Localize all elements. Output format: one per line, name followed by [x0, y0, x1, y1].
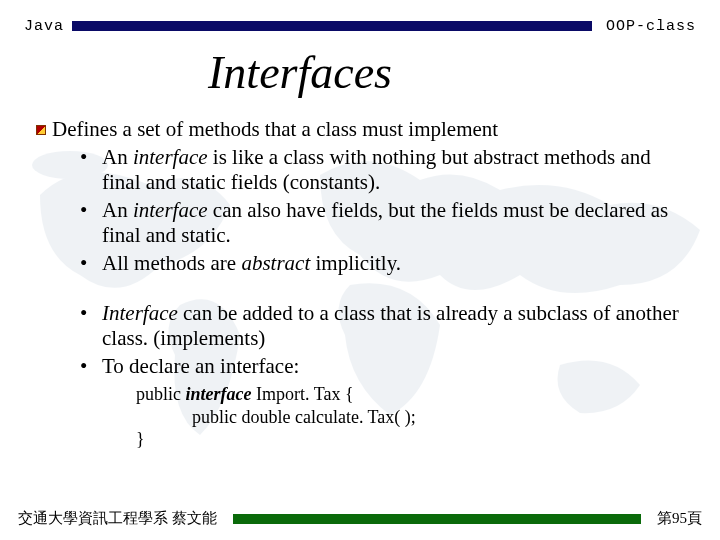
main-bullet-text: Defines a set of methods that a class mu… [52, 117, 498, 143]
list-item: To declare an interface: [80, 354, 692, 380]
footer: 交通大學資訊工程學系 蔡文能 第95頁 [0, 509, 720, 528]
list-item: Interface can be added to a class that i… [80, 301, 692, 352]
list-item: An interface can also have fields, but t… [80, 198, 692, 249]
footer-left-label: 交通大學資訊工程學系 蔡文能 [18, 509, 217, 528]
square-bullet-icon [36, 125, 46, 135]
footer-bar [233, 514, 641, 524]
sub-list-a: An interface is like a class with nothin… [80, 145, 692, 277]
header: Java OOP-class [0, 0, 720, 34]
sub-list-b: Interface can be added to a class that i… [80, 301, 692, 380]
header-bar [72, 21, 592, 31]
code-line: } [136, 428, 692, 451]
list-item: All methods are abstract implicitly. [80, 251, 692, 277]
list-item: An interface is like a class with nothin… [80, 145, 692, 196]
footer-page-number: 第95頁 [657, 509, 702, 528]
code-block: public interface Import. Tax { public do… [136, 383, 692, 451]
header-right-label: OOP-class [606, 18, 696, 35]
code-line: public interface Import. Tax { [136, 383, 692, 406]
code-line: public double calculate. Tax( ); [192, 406, 692, 429]
slide-title: Interfaces [0, 46, 720, 99]
main-bullet: Defines a set of methods that a class mu… [36, 117, 692, 143]
slide-content: Defines a set of methods that a class mu… [0, 117, 720, 451]
header-left-label: Java [24, 18, 64, 35]
